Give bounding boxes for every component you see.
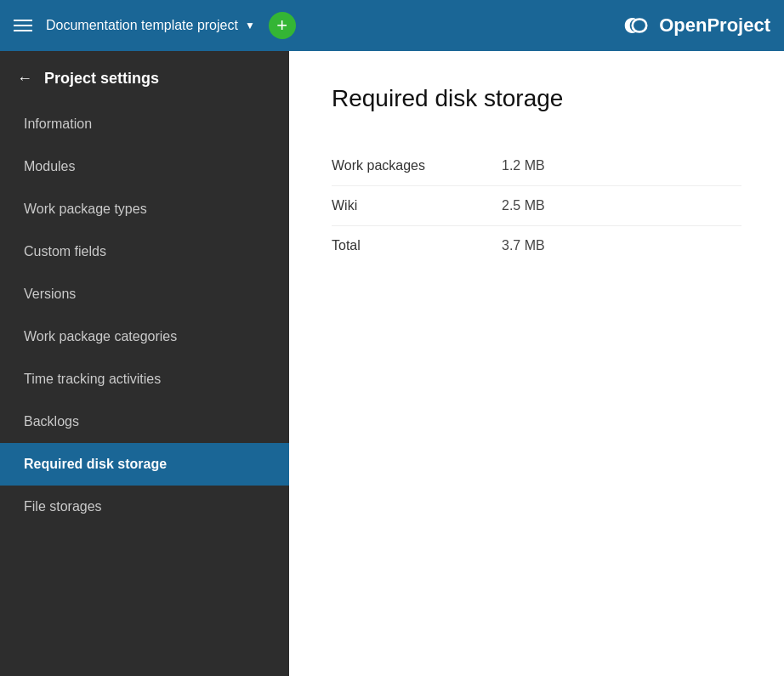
- table-row: Total3.7 MB: [332, 226, 741, 266]
- content-area: Required disk storage Work packages1.2 M…: [289, 51, 784, 676]
- storage-table: Work packages1.2 MBWiki2.5 MBTotal3.7 MB: [332, 146, 741, 265]
- sidebar-title: Project settings: [44, 70, 159, 88]
- storage-value: 1.2 MB: [502, 146, 741, 186]
- chevron-down-icon: ▼: [245, 20, 255, 31]
- storage-label: Total: [332, 226, 502, 266]
- main-layout: ← Project settings InformationModulesWor…: [0, 51, 784, 676]
- sidebar-item-file-storages[interactable]: File storages: [0, 486, 289, 528]
- sidebar: ← Project settings InformationModulesWor…: [0, 51, 289, 676]
- sidebar-item-backlogs[interactable]: Backlogs: [0, 400, 289, 443]
- table-row: Work packages1.2 MB: [332, 146, 741, 186]
- sidebar-item-work-package-categories[interactable]: Work package categories: [0, 315, 289, 358]
- sidebar-item-time-tracking-activities[interactable]: Time tracking activities: [0, 358, 289, 400]
- sidebar-item-required-disk-storage[interactable]: Required disk storage: [0, 443, 289, 486]
- storage-label: Work packages: [332, 146, 502, 186]
- project-selector[interactable]: Documentation template project ▼: [46, 18, 255, 33]
- sidebar-item-work-package-types[interactable]: Work package types: [0, 188, 289, 230]
- storage-value: 2.5 MB: [502, 186, 741, 226]
- sidebar-item-information[interactable]: Information: [0, 103, 289, 145]
- storage-label: Wiki: [332, 186, 502, 226]
- sidebar-header: ← Project settings: [0, 51, 289, 103]
- sidebar-item-modules[interactable]: Modules: [0, 145, 289, 188]
- create-button[interactable]: +: [269, 12, 296, 39]
- page-title: Required disk storage: [332, 85, 741, 112]
- storage-value: 3.7 MB: [502, 226, 741, 266]
- project-name: Documentation template project: [46, 18, 238, 33]
- storage-table-body: Work packages1.2 MBWiki2.5 MBTotal3.7 MB: [332, 146, 741, 265]
- hamburger-menu-icon[interactable]: [14, 20, 32, 31]
- table-row: Wiki2.5 MB: [332, 186, 741, 226]
- back-arrow-icon[interactable]: ←: [17, 70, 32, 88]
- sidebar-nav: InformationModulesWork package typesCust…: [0, 103, 289, 528]
- sidebar-item-custom-fields[interactable]: Custom fields: [0, 230, 289, 273]
- logo-text: OpenProject: [659, 14, 770, 37]
- topnav: Documentation template project ▼ + OpenP…: [0, 0, 784, 51]
- openproject-logo-icon: [618, 13, 650, 38]
- sidebar-item-versions[interactable]: Versions: [0, 273, 289, 315]
- openproject-logo: OpenProject: [618, 13, 770, 38]
